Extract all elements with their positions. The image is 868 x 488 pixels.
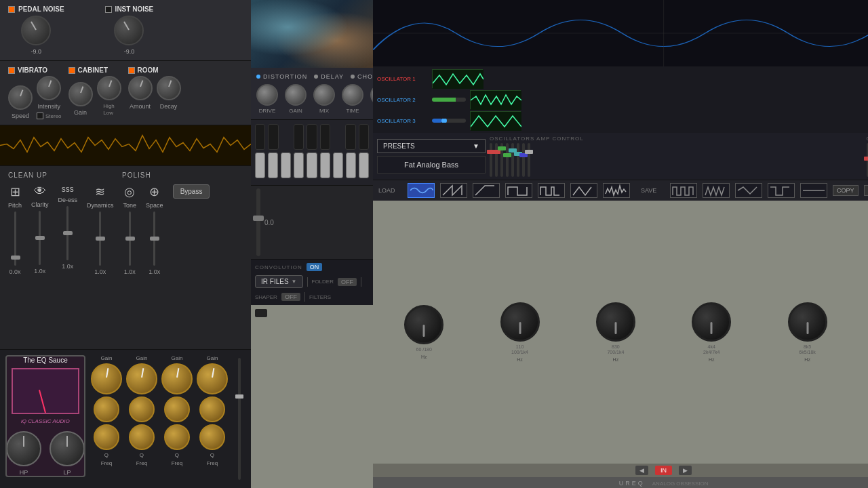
dynamics-fader[interactable] (99, 211, 101, 266)
ureq-off-btn[interactable]: ◀ (635, 466, 648, 475)
wave-tri[interactable] (570, 183, 597, 198)
pad-1[interactable] (255, 124, 265, 150)
osc2-fader[interactable] (432, 98, 466, 102)
bypass-button[interactable]: Bypass (173, 184, 210, 199)
amp-fader-3[interactable] (500, 143, 503, 177)
room-checkbox[interactable] (128, 67, 135, 74)
wave-noise[interactable] (603, 183, 630, 198)
ureq-knob-4[interactable] (692, 302, 731, 342)
amp-fader-1[interactable] (490, 143, 492, 177)
eq-band3-freq-knob[interactable] (164, 424, 190, 450)
eq-band1-gain-knob[interactable] (91, 363, 122, 394)
pad-13[interactable] (320, 152, 330, 178)
eq-band3-q-knob[interactable] (164, 396, 190, 422)
gain-knob[interactable] (285, 84, 307, 106)
pad-3[interactable] (294, 124, 304, 150)
eq-band-2: Gain Q Freq (126, 355, 157, 483)
cleanup-section: CLEAN UP POLISH ⊞ Pitch 0.0x � (0, 166, 251, 350)
vibrato-speed-knob[interactable] (8, 85, 33, 110)
ir-files-button[interactable]: IR FILES ▼ (255, 275, 303, 288)
wave-save-5[interactable] (800, 183, 827, 198)
room-amount-knob[interactable] (128, 76, 153, 100)
pitch-icon: ⊞ (10, 184, 20, 199)
wave-square[interactable] (505, 183, 532, 198)
osc2-wave-display (470, 90, 521, 109)
eq-band3-gain-knob[interactable] (161, 363, 193, 394)
inst-noise-knob[interactable] (114, 16, 144, 45)
folder-toggle[interactable]: OFF (338, 278, 357, 286)
ureq-knob-3[interactable] (596, 302, 635, 342)
pad-10[interactable] (281, 152, 291, 178)
shaper-toggle[interactable]: OFF (281, 293, 300, 301)
eq-master-fader[interactable] (238, 358, 241, 480)
eq-band2-q-knob[interactable] (129, 396, 155, 422)
vibrato-checkbox[interactable] (8, 67, 15, 74)
amp-fader-5[interactable] (511, 143, 514, 177)
eq-band2-freq-knob[interactable] (129, 424, 155, 450)
mid-volume-fader[interactable] (256, 188, 260, 256)
stereo-checkbox[interactable] (37, 113, 43, 119)
pad-5[interactable] (320, 124, 330, 150)
pads-section (251, 120, 373, 186)
ureq-in-button[interactable]: IN (655, 466, 672, 475)
wave-save-2[interactable] (703, 183, 730, 198)
drive-knob[interactable] (256, 84, 278, 106)
ureq-knob-5[interactable] (788, 302, 827, 342)
eq-band2-gain-knob[interactable] (126, 363, 157, 394)
cabinet-high-knob[interactable] (97, 76, 121, 100)
pad-6[interactable] (345, 124, 355, 150)
dynamics-control: ≋ Dynamics 1.0x (87, 184, 114, 275)
eq-band4-gain-knob[interactable] (197, 363, 228, 394)
wave-ramp[interactable] (473, 183, 500, 198)
clarity-fader[interactable] (39, 211, 41, 265)
cabinet-gain-knob[interactable] (68, 82, 93, 106)
tone-fader[interactable] (129, 211, 131, 266)
vibrato-intensity-knob[interactable] (37, 76, 61, 100)
pad-11[interactable] (294, 152, 304, 178)
wave-save-4[interactable] (768, 183, 795, 198)
eq-band1-freq-knob[interactable] (94, 424, 119, 450)
osc1-wave-display (432, 69, 483, 88)
hp-knob[interactable] (6, 431, 41, 466)
convolution-toggle[interactable]: ON (307, 263, 323, 271)
pad-16[interactable] (359, 152, 369, 178)
presets-dropdown[interactable]: PRESETS ▼ (377, 139, 486, 153)
pad-7[interactable] (359, 124, 369, 150)
cabinet-checkbox[interactable] (68, 67, 75, 74)
paste-button[interactable]: PASTE (864, 185, 868, 196)
pad-4[interactable] (307, 124, 317, 150)
pad-12[interactable] (307, 152, 317, 178)
pad-14[interactable] (333, 152, 343, 178)
pad-9[interactable] (268, 152, 278, 178)
wave-saw[interactable] (440, 183, 467, 198)
amp-fader-8[interactable] (528, 143, 530, 177)
pad-15[interactable] (346, 152, 356, 178)
copy-button[interactable]: COPY (833, 185, 859, 196)
ureq-knob-1[interactable] (404, 305, 443, 344)
pitch-fader[interactable] (14, 211, 16, 266)
eq-band4-q-knob[interactable] (199, 396, 225, 422)
wave-save-1[interactable] (670, 183, 697, 198)
pedal-noise-knob[interactable] (21, 16, 51, 45)
ureq-next-btn[interactable]: ▶ (679, 466, 692, 475)
wave-sine[interactable] (408, 183, 435, 198)
convolution-row: CONVOLUTION ON IR FILES ▼ FOLDER OFF SHA… (251, 259, 373, 305)
eq-band1-q-knob[interactable] (94, 396, 119, 422)
room-decay-knob[interactable] (157, 76, 181, 100)
space-fader[interactable] (153, 211, 155, 266)
amp-fader-7[interactable] (522, 143, 525, 177)
time-knob[interactable] (342, 84, 363, 106)
deess-fader[interactable] (66, 206, 68, 260)
wave-save-3[interactable] (735, 183, 762, 198)
pad-8[interactable] (255, 152, 265, 178)
dist-mix-knob[interactable] (313, 84, 335, 106)
wave-pulse[interactable] (538, 183, 565, 198)
amp-fader-6[interactable] (517, 143, 519, 177)
inst-noise-checkbox[interactable] (105, 6, 112, 13)
eq-band4-freq-knob[interactable] (199, 424, 225, 450)
ureq-knob-2[interactable] (500, 302, 540, 342)
osc3-fader[interactable] (432, 119, 466, 123)
pedal-noise-checkbox[interactable] (8, 6, 15, 13)
lp-knob[interactable] (50, 431, 85, 466)
pad-2[interactable] (268, 124, 278, 150)
